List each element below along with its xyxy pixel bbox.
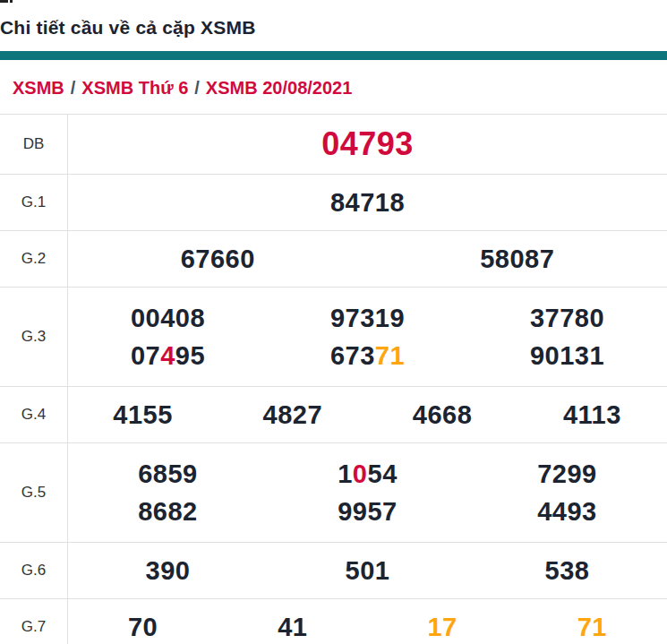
- prize-number: 67371: [268, 337, 467, 374]
- breadcrumb-separator: /: [188, 78, 206, 98]
- prize-row-values: 70411771: [68, 599, 667, 644]
- prize-number: 4827: [218, 396, 367, 434]
- prize-number: 6859: [68, 455, 268, 493]
- table-row: G.26766058087: [0, 231, 667, 288]
- prize-line: 685910547299: [68, 455, 667, 493]
- prize-row-label: G.7: [0, 599, 68, 644]
- prize-line: 6766058087: [68, 240, 667, 278]
- number-segment: 67660: [181, 245, 255, 273]
- prize-number: 8682: [68, 493, 268, 530]
- number-segment: 4827: [263, 400, 323, 429]
- prize-number: 501: [268, 552, 467, 589]
- number-segment: 6859: [138, 459, 198, 488]
- prize-number: 4493: [467, 493, 667, 530]
- prize-number: 67660: [68, 240, 368, 278]
- prize-number: 538: [467, 552, 667, 589]
- prize-number: 9957: [268, 493, 467, 530]
- number-segment: 538: [545, 556, 590, 585]
- prize-row-values: 6766058087: [68, 231, 667, 287]
- breadcrumb-link-xsmb-date[interactable]: XSMB 20/08/2021: [206, 78, 352, 98]
- number-segment-highlight-red: 0: [353, 459, 368, 488]
- table-row: G.6390501538: [0, 543, 667, 599]
- page-title: Chi tiết cầu về cả cặp XSMB: [0, 15, 667, 40]
- number-segment: 84718: [330, 188, 405, 217]
- number-segment: 9957: [338, 497, 398, 526]
- table-row: G.3004089731937780074956737190131: [0, 288, 667, 387]
- number-segment: 390: [146, 556, 191, 585]
- prize-number: 7299: [467, 455, 667, 493]
- prize-row-values: 4155482746684113: [68, 387, 667, 442]
- table-row: G.44155482746684113: [0, 387, 667, 443]
- prize-row-label: G.4: [0, 387, 68, 442]
- prize-number: 37780: [467, 299, 667, 337]
- number-segment: 8682: [138, 497, 198, 526]
- number-segment: 4113: [563, 400, 621, 429]
- number-segment-highlight-orange: 71: [375, 341, 405, 370]
- number-segment: 4155: [113, 400, 173, 429]
- number-segment: 41: [278, 613, 307, 641]
- prize-line: 074956737190131: [68, 337, 667, 374]
- breadcrumb-link-xsmb[interactable]: XSMB: [13, 78, 64, 98]
- prize-row-values: 84718: [68, 175, 667, 230]
- prize-number: 70: [68, 608, 218, 644]
- teal-divider-bar: [0, 51, 667, 60]
- prize-line: 70411771: [68, 608, 667, 644]
- prize-number: 4113: [517, 396, 667, 434]
- prize-line: 868299574493: [68, 493, 667, 530]
- number-segment: 501: [346, 556, 390, 585]
- number-segment-highlight-orange: 71: [577, 613, 607, 641]
- prize-number: 04793: [68, 121, 667, 167]
- prize-line: 84718: [68, 184, 667, 221]
- breadcrumb: XSMB/XSMB Thứ 6/XSMB 20/08/2021: [0, 78, 667, 98]
- prize-row-values: 04793: [68, 115, 667, 174]
- number-segment: 00408: [131, 304, 205, 332]
- prize-row-values: 390501538: [68, 543, 667, 598]
- prize-number: 84718: [68, 184, 667, 221]
- number-segment: 58087: [480, 245, 554, 273]
- prize-number: 71: [517, 608, 667, 644]
- prize-row-label: DB: [0, 115, 68, 174]
- prize-row-label: G.2: [0, 231, 68, 287]
- prize-number: 07495: [68, 337, 268, 374]
- breadcrumb-link-xsmb-thu-6[interactable]: XSMB Thứ 6: [81, 78, 188, 98]
- number-segment: 7299: [537, 459, 597, 488]
- prize-line: 04793: [68, 121, 667, 167]
- prize-number: 58087: [368, 240, 667, 278]
- prize-number: 1054: [268, 455, 467, 493]
- prize-number: 41: [218, 608, 367, 644]
- number-segment-highlight-red: 4: [160, 341, 175, 370]
- prize-number: 97319: [268, 299, 467, 337]
- prize-line: 390501538: [68, 552, 667, 589]
- table-row: G.184718: [0, 175, 667, 231]
- prize-row-label: G.3: [0, 288, 68, 386]
- number-segment: 673: [330, 341, 375, 370]
- number-segment: 70: [128, 613, 158, 641]
- page-header: Chi tiết cầu về cả cặp XSMB: [0, 0, 667, 51]
- prize-line: 4155482746684113: [68, 396, 667, 434]
- number-segment: 54: [368, 459, 398, 488]
- prize-row-label: G.1: [0, 175, 68, 230]
- table-row: DB04793: [0, 115, 667, 175]
- table-row: G.770411771: [0, 599, 667, 644]
- prize-row-values: 004089731937780074956737190131: [68, 288, 667, 386]
- breadcrumb-separator: /: [64, 78, 82, 98]
- number-segment: 07: [131, 341, 160, 370]
- number-segment-highlight-orange: 17: [427, 613, 457, 641]
- prize-row-values: 685910547299868299574493: [68, 443, 667, 542]
- results-table: DB04793G.184718G.26766058087G.3004089731…: [0, 114, 667, 644]
- table-row: G.5685910547299868299574493: [0, 443, 667, 543]
- prize-number: 00408: [68, 299, 268, 337]
- prize-number: 17: [368, 608, 517, 644]
- prize-line: 004089731937780: [68, 299, 667, 337]
- number-segment: 90131: [530, 341, 604, 370]
- number-segment: 95: [175, 341, 205, 370]
- prize-number: 4155: [68, 396, 218, 434]
- number-segment-highlight-red: 04793: [321, 125, 414, 162]
- prize-number: 390: [68, 552, 268, 589]
- prize-row-label: G.6: [0, 543, 68, 598]
- prize-row-label: G.5: [0, 443, 68, 542]
- prize-number: 90131: [467, 337, 667, 374]
- number-segment: 4668: [413, 400, 473, 429]
- number-segment: 4493: [537, 497, 597, 526]
- number-segment: 97319: [330, 304, 405, 332]
